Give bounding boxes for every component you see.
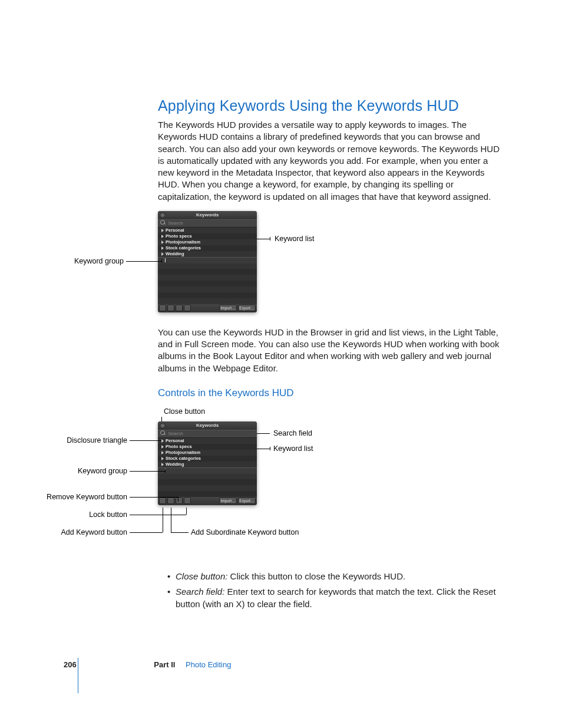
page-number: 206 — [64, 660, 77, 669]
hud-titlebar: Keywords — [158, 211, 257, 219]
disclosure-icon[interactable] — [161, 457, 164, 460]
bullet-term: Close button: — [176, 571, 227, 581]
disclosure-icon[interactable] — [161, 439, 164, 443]
hud-search-field[interactable]: Search — [158, 430, 257, 438]
hud-titlebar: Keywords — [158, 421, 257, 430]
hud-footer: Import… Export… — [158, 497, 257, 505]
import-button[interactable]: Import… — [219, 498, 237, 504]
search-icon — [160, 430, 165, 435]
section-title-controls: Controls in the Keywords HUD — [158, 387, 500, 399]
list-item[interactable]: Photojournalism — [158, 450, 257, 456]
callout-keyword-list-2: Keyword list — [273, 444, 313, 453]
bullet-term: Search field: — [176, 587, 224, 597]
callout-remove-keyword: Remove Keyword button — [37, 493, 127, 501]
list-item[interactable]: Photojournalism — [158, 239, 257, 245]
disclosure-icon[interactable] — [161, 241, 164, 244]
hud-keyword-list[interactable]: Personal Photo specs Photojournalism Sto… — [158, 228, 257, 304]
disclosure-icon[interactable] — [161, 235, 164, 238]
search-icon — [160, 220, 165, 225]
list-item[interactable]: Photo specs — [158, 444, 257, 450]
list-item: Close button: Click this button to close… — [167, 570, 500, 583]
list-item[interactable]: Personal — [158, 228, 257, 233]
callout-close-button: Close button — [164, 407, 205, 416]
intro-paragraph: The Keywords HUD provides a versatile wa… — [158, 119, 500, 203]
disclosure-icon[interactable] — [161, 229, 164, 232]
keywords-hud: Keywords Search Personal Photo specs Pho… — [158, 211, 257, 312]
figure-keywords-hud-2: Close button Keywords Search Personal Ph… — [158, 407, 500, 561]
add-subordinate-button[interactable] — [167, 498, 174, 504]
part-label: Part II — [154, 660, 175, 669]
disclosure-icon[interactable] — [161, 252, 164, 256]
keyword-group-edit[interactable] — [158, 257, 257, 263]
export-button[interactable]: Export… — [238, 305, 256, 311]
remove-keyword-button[interactable] — [176, 498, 183, 504]
search-placeholder: Search — [168, 220, 183, 226]
callout-search-field: Search field — [273, 429, 312, 437]
lock-button[interactable] — [184, 498, 191, 504]
callout-keyword-list: Keyword list — [275, 235, 314, 243]
hud-search-field[interactable]: Search — [158, 219, 257, 228]
callout-add-subordinate: Add Subordinate Keyword button — [191, 528, 262, 537]
controls-bullet-list: Close button: Click this button to close… — [167, 570, 500, 611]
list-item: Search field: Enter text to search for k… — [167, 585, 500, 611]
add-keyword-button[interactable] — [159, 305, 166, 311]
list-item[interactable]: Personal — [158, 438, 257, 444]
hud-title: Keywords — [196, 423, 219, 428]
callout-lock-button: Lock button — [59, 510, 127, 519]
hud-title: Keywords — [196, 212, 219, 218]
callout-add-keyword: Add Keyword button — [46, 528, 127, 536]
add-subordinate-button[interactable] — [167, 305, 174, 311]
search-placeholder: Search — [168, 431, 183, 436]
disclosure-icon[interactable] — [161, 246, 164, 250]
hud-keyword-list[interactable]: Personal Photo specs Photojournalism Sto… — [158, 438, 257, 497]
list-item[interactable]: Photo specs — [158, 233, 257, 239]
disclosure-icon[interactable] — [161, 451, 164, 454]
export-button[interactable]: Export… — [238, 498, 256, 504]
disclosure-icon[interactable] — [161, 463, 164, 466]
close-icon[interactable] — [160, 423, 166, 429]
remove-keyword-button[interactable] — [176, 305, 183, 311]
usage-paragraph: You can use the Keywords HUD in the Brow… — [158, 327, 500, 374]
list-item[interactable]: Wedding — [158, 251, 257, 257]
callout-disclosure-triangle: Disclosure triangle — [59, 436, 127, 444]
list-item[interactable]: Stock categories — [158, 456, 257, 462]
lock-button[interactable] — [184, 305, 191, 311]
page-footer: 206 Part II Photo Editing — [64, 660, 500, 669]
close-icon[interactable] — [160, 212, 166, 218]
page-title: Applying Keywords Using the Keywords HUD — [158, 97, 500, 114]
list-item[interactable]: Wedding — [158, 462, 257, 467]
callout-keyword-group-2: Keyword group — [59, 467, 127, 475]
disclosure-icon[interactable] — [161, 445, 164, 449]
import-button[interactable]: Import… — [219, 305, 237, 311]
keyword-group-edit[interactable] — [158, 467, 257, 474]
hud-footer: Import… Export… — [158, 304, 257, 312]
figure-keywords-hud-1: Keywords Search Personal Photo specs Pho… — [158, 211, 500, 317]
bullet-desc: Click this button to close the Keywords … — [227, 571, 405, 581]
keywords-hud: Keywords Search Personal Photo specs Pho… — [158, 421, 257, 505]
add-keyword-button[interactable] — [159, 498, 166, 504]
list-item[interactable]: Stock categories — [158, 245, 257, 251]
callout-keyword-group: Keyword group — [70, 257, 124, 265]
part-name: Photo Editing — [186, 660, 231, 669]
